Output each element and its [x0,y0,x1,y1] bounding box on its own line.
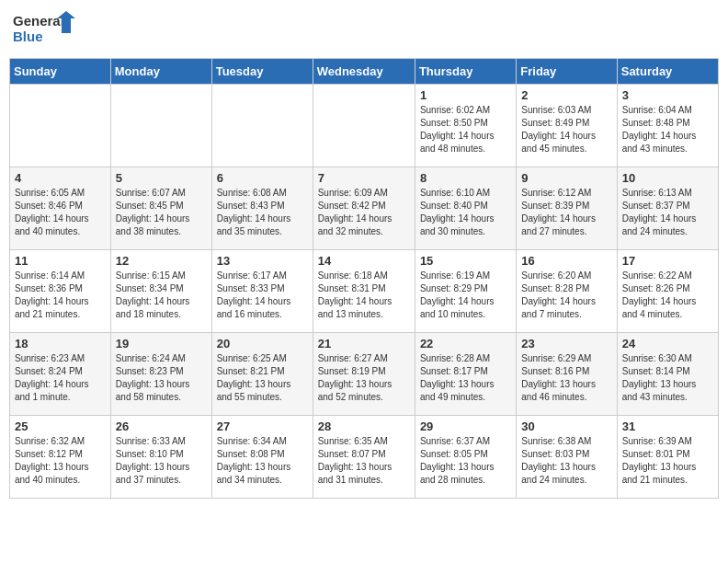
day-number: 16 [521,254,611,268]
weekday-header-monday: Monday [110,59,211,85]
day-number: 27 [217,419,308,433]
day-info: Sunrise: 6:17 AM Sunset: 8:33 PM Dayligh… [217,270,308,321]
calendar-cell: 7Sunrise: 6:09 AM Sunset: 8:42 PM Daylig… [313,167,415,250]
calendar-cell: 9Sunrise: 6:12 AM Sunset: 8:39 PM Daylig… [517,167,617,250]
day-number: 25 [15,419,106,433]
calendar-cell: 12Sunrise: 6:15 AM Sunset: 8:34 PM Dayli… [110,250,211,333]
calendar-cell: 23Sunrise: 6:29 AM Sunset: 8:16 PM Dayli… [517,333,617,416]
week-row-2: 4Sunrise: 6:05 AM Sunset: 8:46 PM Daylig… [10,167,719,250]
day-info: Sunrise: 6:15 AM Sunset: 8:34 PM Dayligh… [116,270,207,321]
day-info: Sunrise: 6:04 AM Sunset: 8:48 PM Dayligh… [622,104,713,155]
day-info: Sunrise: 6:30 AM Sunset: 8:14 PM Dayligh… [622,352,713,404]
day-number: 1 [420,88,511,102]
calendar-cell: 2Sunrise: 6:03 AM Sunset: 8:49 PM Daylig… [517,85,617,167]
calendar-cell: 19Sunrise: 6:24 AM Sunset: 8:23 PM Dayli… [110,333,211,416]
weekday-header-row: SundayMondayTuesdayWednesdayThursdayFrid… [10,59,719,85]
weekday-header-wednesday: Wednesday [313,59,415,85]
calendar-cell: 31Sunrise: 6:39 AM Sunset: 8:01 PM Dayli… [617,416,718,499]
day-info: Sunrise: 6:20 AM Sunset: 8:28 PM Dayligh… [521,270,611,321]
day-number: 28 [318,419,410,433]
day-number: 4 [15,171,106,185]
day-number: 2 [521,88,611,102]
svg-text:Blue: Blue [13,29,43,44]
weekday-header-saturday: Saturday [617,59,718,85]
calendar-cell: 21Sunrise: 6:27 AM Sunset: 8:19 PM Dayli… [313,333,415,416]
day-number: 20 [217,337,308,350]
calendar-cell: 4Sunrise: 6:05 AM Sunset: 8:46 PM Daylig… [10,167,111,250]
calendar-cell: 11Sunrise: 6:14 AM Sunset: 8:36 PM Dayli… [10,250,111,333]
day-info: Sunrise: 6:19 AM Sunset: 8:29 PM Dayligh… [420,270,511,321]
calendar-cell: 15Sunrise: 6:19 AM Sunset: 8:29 PM Dayli… [415,250,516,333]
day-info: Sunrise: 6:29 AM Sunset: 8:16 PM Dayligh… [521,352,611,404]
logo-svg: General Blue [13,9,77,51]
weekday-header-tuesday: Tuesday [211,59,313,85]
calendar-cell: 5Sunrise: 6:07 AM Sunset: 8:45 PM Daylig… [110,167,211,250]
calendar-cell: 25Sunrise: 6:32 AM Sunset: 8:12 PM Dayli… [10,416,111,499]
day-number: 12 [116,254,207,268]
day-number: 26 [116,419,207,433]
day-info: Sunrise: 6:05 AM Sunset: 8:46 PM Dayligh… [15,187,106,238]
day-info: Sunrise: 6:13 AM Sunset: 8:37 PM Dayligh… [622,187,713,238]
calendar-cell: 18Sunrise: 6:23 AM Sunset: 8:24 PM Dayli… [10,333,111,416]
day-info: Sunrise: 6:28 AM Sunset: 8:17 PM Dayligh… [420,352,511,404]
day-info: Sunrise: 6:14 AM Sunset: 8:36 PM Dayligh… [15,270,106,321]
day-info: Sunrise: 6:32 AM Sunset: 8:12 PM Dayligh… [15,435,106,487]
weekday-header-friday: Friday [517,59,617,85]
calendar-cell: 8Sunrise: 6:10 AM Sunset: 8:40 PM Daylig… [415,167,516,250]
day-info: Sunrise: 6:39 AM Sunset: 8:01 PM Dayligh… [622,435,713,487]
calendar-cell: 13Sunrise: 6:17 AM Sunset: 8:33 PM Dayli… [211,250,313,333]
day-number: 7 [318,171,410,185]
calendar-cell [110,85,211,167]
day-number: 18 [15,337,106,350]
day-number: 9 [521,171,611,185]
calendar-cell: 16Sunrise: 6:20 AM Sunset: 8:28 PM Dayli… [517,250,617,333]
day-number: 8 [420,171,511,185]
day-info: Sunrise: 6:08 AM Sunset: 8:43 PM Dayligh… [217,187,308,238]
day-number: 31 [622,419,713,433]
day-info: Sunrise: 6:24 AM Sunset: 8:23 PM Dayligh… [116,352,207,404]
day-info: Sunrise: 6:37 AM Sunset: 8:05 PM Dayligh… [420,435,511,487]
day-info: Sunrise: 6:38 AM Sunset: 8:03 PM Dayligh… [521,435,611,487]
calendar-cell: 6Sunrise: 6:08 AM Sunset: 8:43 PM Daylig… [211,167,313,250]
week-row-4: 18Sunrise: 6:23 AM Sunset: 8:24 PM Dayli… [10,333,719,416]
day-number: 10 [622,171,713,185]
day-number: 11 [15,254,106,268]
day-info: Sunrise: 6:18 AM Sunset: 8:31 PM Dayligh… [318,270,410,321]
day-number: 24 [622,337,713,350]
calendar-cell: 28Sunrise: 6:35 AM Sunset: 8:07 PM Dayli… [313,416,415,499]
week-row-1: 1Sunrise: 6:02 AM Sunset: 8:50 PM Daylig… [10,85,719,167]
day-info: Sunrise: 6:23 AM Sunset: 8:24 PM Dayligh… [15,352,106,404]
calendar-cell [10,85,111,167]
logo: General Blue [13,9,77,51]
calendar-table: SundayMondayTuesdayWednesdayThursdayFrid… [9,58,719,499]
calendar-cell: 10Sunrise: 6:13 AM Sunset: 8:37 PM Dayli… [617,167,718,250]
day-number: 15 [420,254,511,268]
day-number: 30 [521,419,611,433]
calendar-cell: 26Sunrise: 6:33 AM Sunset: 8:10 PM Dayli… [110,416,211,499]
svg-text:General: General [13,13,64,29]
calendar-cell: 17Sunrise: 6:22 AM Sunset: 8:26 PM Dayli… [617,250,718,333]
calendar-cell: 24Sunrise: 6:30 AM Sunset: 8:14 PM Dayli… [617,333,718,416]
day-number: 21 [318,337,410,350]
weekday-header-thursday: Thursday [415,59,516,85]
day-info: Sunrise: 6:09 AM Sunset: 8:42 PM Dayligh… [318,187,410,238]
calendar-cell: 14Sunrise: 6:18 AM Sunset: 8:31 PM Dayli… [313,250,415,333]
week-row-5: 25Sunrise: 6:32 AM Sunset: 8:12 PM Dayli… [10,416,719,499]
day-number: 13 [217,254,308,268]
day-info: Sunrise: 6:33 AM Sunset: 8:10 PM Dayligh… [116,435,207,487]
day-info: Sunrise: 6:35 AM Sunset: 8:07 PM Dayligh… [318,435,410,487]
day-number: 17 [622,254,713,268]
day-number: 29 [420,419,511,433]
day-number: 19 [116,337,207,350]
day-number: 6 [217,171,308,185]
day-info: Sunrise: 6:22 AM Sunset: 8:26 PM Dayligh… [622,270,713,321]
calendar-cell: 22Sunrise: 6:28 AM Sunset: 8:17 PM Dayli… [415,333,516,416]
day-info: Sunrise: 6:25 AM Sunset: 8:21 PM Dayligh… [217,352,308,404]
calendar-cell: 29Sunrise: 6:37 AM Sunset: 8:05 PM Dayli… [415,416,516,499]
calendar-cell: 3Sunrise: 6:04 AM Sunset: 8:48 PM Daylig… [617,85,718,167]
weekday-header-sunday: Sunday [10,59,111,85]
calendar-cell: 27Sunrise: 6:34 AM Sunset: 8:08 PM Dayli… [211,416,313,499]
calendar-cell: 1Sunrise: 6:02 AM Sunset: 8:50 PM Daylig… [415,85,516,167]
day-info: Sunrise: 6:10 AM Sunset: 8:40 PM Dayligh… [420,187,511,238]
day-number: 23 [521,337,611,350]
